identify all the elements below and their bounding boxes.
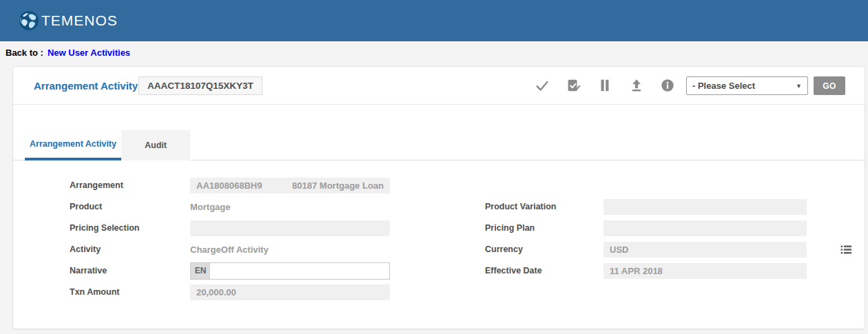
arrangement-activity-panel: Arrangement Activity AAACT18107Q15XKY3T [12, 66, 865, 329]
pricing-plan-label: Pricing Plan [485, 220, 535, 236]
product-variation-label: Product Variation [485, 199, 557, 215]
arrangement-id: AA1808068BH9 [196, 178, 262, 194]
currency-value: USD [603, 242, 807, 258]
hold-pause-icon[interactable] [597, 78, 612, 93]
brand-name: TEMENOS [41, 0, 118, 41]
currency-lookup-list-icon[interactable] [840, 243, 853, 256]
effective-date-label: Effective Date [485, 263, 542, 279]
arrangement-label: Arrangement [70, 178, 123, 194]
action-select-value: - Please Select [692, 81, 755, 91]
effective-date-value: 11 APR 2018 [603, 263, 807, 279]
page-title: Arrangement Activity [34, 67, 138, 105]
record-id-badge: AAACT18107Q15XKY3T [138, 76, 262, 95]
tab-arrangement-activity[interactable]: Arrangement Activity [25, 130, 121, 160]
pricing-selection-value [190, 220, 390, 236]
arrangement-value: AA1808068BH9 80187 Mortgage Loan [190, 178, 390, 194]
product-variation-value [603, 199, 807, 215]
tab-bar: Arrangement Activity Audit [13, 130, 865, 160]
tab-audit[interactable]: Audit [121, 130, 190, 160]
narrative-label: Narrative [70, 263, 107, 279]
upload-icon[interactable] [629, 78, 644, 93]
narrative-language-prefix: EN [191, 263, 210, 279]
activity-value: ChargeOff Activity [190, 242, 390, 258]
title-row: Arrangement Activity AAACT18107Q15XKY3T [13, 67, 865, 105]
product-label: Product [70, 199, 102, 215]
validate-document-icon[interactable] [566, 78, 581, 93]
info-icon[interactable] [660, 78, 675, 93]
back-to-label: Back to : [6, 48, 43, 58]
activity-label: Activity [70, 242, 101, 258]
back-link-new-user-activities[interactable]: New User Activities [48, 48, 130, 58]
arrangement-description: 80187 Mortgage Loan [292, 178, 384, 194]
txn-amount-label: Txn Amount [70, 284, 119, 300]
currency-label: Currency [485, 242, 523, 258]
go-button[interactable]: GO [814, 76, 845, 95]
txn-amount-value: 20,000.00 [190, 284, 390, 300]
pricing-plan-value [603, 220, 807, 236]
app-header: TEMENOS [0, 0, 868, 41]
commit-check-icon[interactable] [535, 78, 550, 93]
application-window: TEMENOS Back to : New User Activities Ar… [0, 0, 868, 334]
pricing-selection-label: Pricing Selection [70, 220, 139, 236]
temenos-globe-logo [18, 10, 40, 32]
chevron-down-icon: ▼ [796, 83, 802, 90]
narrative-field: EN [190, 262, 390, 280]
narrative-input[interactable] [210, 263, 389, 279]
breadcrumb: Back to : New User Activities [0, 41, 868, 63]
action-select-dropdown[interactable]: - Please Select ▼ [686, 76, 808, 95]
product-value: Mortgage [190, 199, 390, 215]
